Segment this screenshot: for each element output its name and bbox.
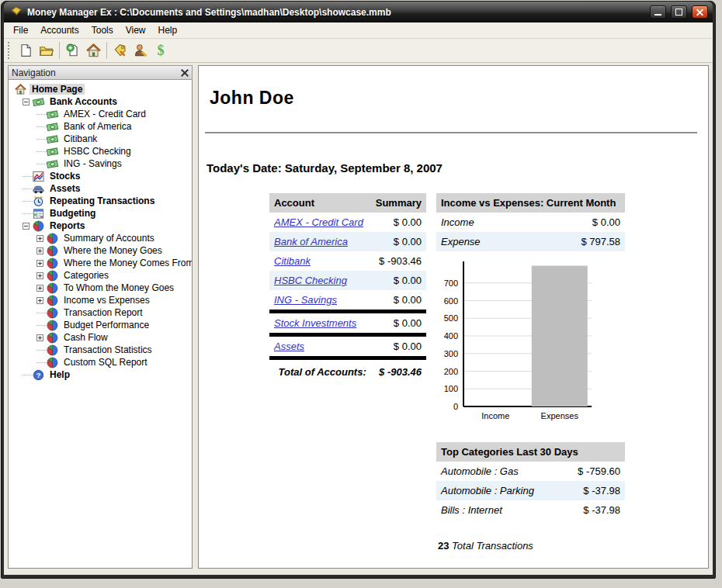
account-link[interactable]: Bank of America — [274, 236, 348, 247]
navigation-header: Navigation — [8, 65, 193, 80]
navigation-panel: Navigation Home Page Bank Accounts AMEX … — [8, 65, 193, 569]
home-icon — [86, 43, 101, 58]
svg-text:200: 200 — [444, 367, 458, 376]
todays-date: Today's Date: Saturday, September 8, 200… — [207, 161, 700, 175]
new-account-button[interactable] — [63, 40, 83, 61]
sidebar-item-help[interactable]: Help — [10, 368, 190, 381]
toolbar-grip[interactable] — [8, 42, 13, 59]
sidebar-item-categories[interactable]: Categories — [10, 269, 190, 282]
sidebar-item-citibank[interactable]: Citibank — [10, 133, 190, 145]
sidebar-item-hsbc[interactable]: HSBC Checking — [10, 145, 190, 157]
sidebar-item-summary-of-accounts[interactable]: Summary of Accounts — [10, 232, 190, 244]
sidebar-item-bank-of-america[interactable]: Bank of America — [10, 120, 190, 133]
account-balance: $ 0.00 — [371, 232, 426, 251]
new-database-button[interactable] — [16, 40, 36, 61]
currencies-button[interactable] — [151, 40, 171, 61]
table-row: Expense$ 797.58 — [436, 232, 625, 251]
sidebar-item-amex[interactable]: AMEX - Credit Card — [10, 108, 190, 120]
table-row: ING - Savings$ 0.00 — [269, 290, 426, 310]
accounts-table: Account Summary AMEX - Credit Card$ 0.00… — [269, 193, 426, 382]
sidebar-item-assets[interactable]: Assets — [10, 182, 190, 195]
account-balance: $ 0.00 — [371, 213, 426, 232]
sidebar-item-budgeting[interactable]: Budgeting — [10, 207, 190, 220]
transactions-label: Total Transactions — [452, 540, 533, 552]
dollar-icon — [154, 43, 168, 57]
sidebar-item-home-page[interactable]: Home Page — [10, 83, 190, 95]
account-balance: $ 0.00 — [371, 271, 426, 290]
income-expenses-title: Income vs Expenses: Current Month — [436, 193, 625, 213]
expand-icon[interactable] — [36, 272, 43, 279]
menu-view[interactable]: View — [120, 22, 152, 38]
sidebar-item-where-money-comes-from[interactable]: Where the Money Comes From — [10, 257, 190, 269]
page-title: John Doe — [210, 88, 700, 109]
expand-icon[interactable] — [36, 260, 43, 267]
table-row: Citibank$ -903.46 — [269, 251, 426, 271]
pie-chart-icon — [47, 233, 58, 244]
sidebar-item-to-whom-money-goes[interactable]: To Whom the Money Goes — [10, 282, 190, 294]
payee-person-icon — [134, 43, 148, 57]
table-row: Assets$ 0.00 — [269, 337, 426, 356]
account-link[interactable]: Stock Investments — [274, 317, 356, 329]
maximize-button[interactable] — [671, 5, 687, 19]
menu-tools[interactable]: Tools — [85, 22, 120, 38]
expense-label: Expense — [436, 232, 529, 251]
open-database-button[interactable] — [36, 40, 56, 61]
transactions-count: 23 — [438, 540, 449, 552]
expand-icon[interactable] — [36, 334, 43, 341]
sidebar-item-repeating-transactions[interactable]: Repeating Transactions — [10, 195, 190, 207]
toolbar-separator — [106, 42, 107, 59]
table-row: Automobile : Gas$ -759.60 — [436, 462, 625, 481]
table-row: Bank of America$ 0.00 — [269, 232, 426, 251]
expand-icon[interactable] — [36, 297, 43, 304]
sidebar-item-income-vs-expenses[interactable]: Income vs Expenses — [10, 294, 190, 306]
home-page-button[interactable] — [83, 40, 103, 61]
sidebar-item-transaction-statistics[interactable]: Transaction Statistics — [10, 344, 190, 356]
top-categories-title: Top Categories Last 30 Days — [436, 442, 625, 462]
minimize-button[interactable] — [650, 5, 666, 19]
collapse-icon[interactable] — [23, 99, 30, 105]
account-link[interactable]: Citibank — [274, 255, 311, 267]
sidebar-item-transaction-report[interactable]: Transaction Report — [10, 306, 190, 319]
expand-icon[interactable] — [36, 247, 43, 254]
expense-value: $ 797.58 — [529, 232, 625, 251]
sidebar-item-reports[interactable]: Reports — [10, 220, 190, 232]
sidebar-item-stocks[interactable]: Stocks — [10, 170, 190, 182]
sidebar-item-ing[interactable]: ING - Savings — [10, 157, 190, 170]
stocks-chart-icon — [33, 171, 44, 182]
table-row: Stock Investments$ 0.00 — [269, 313, 426, 333]
sidebar-item-bank-accounts[interactable]: Bank Accounts — [10, 95, 190, 108]
account-balance: $ 0.00 — [371, 337, 426, 356]
account-link[interactable]: HSBC Checking — [274, 275, 347, 286]
close-panel-icon[interactable] — [181, 69, 189, 77]
account-link[interactable]: ING - Savings — [274, 294, 337, 306]
pie-chart-icon — [47, 295, 58, 306]
income-expenses-table: Income vs Expenses: Current Month Income… — [436, 193, 625, 251]
sidebar-item-custom-sql-report[interactable]: Custom SQL Report — [10, 356, 190, 368]
car-icon — [33, 183, 44, 195]
account-link[interactable]: AMEX - Credit Card — [274, 216, 363, 228]
category-value: $ -37.98 — [553, 481, 625, 500]
organize-categories-button[interactable] — [110, 40, 130, 61]
expand-icon[interactable] — [36, 285, 43, 292]
clock-icon — [33, 195, 44, 207]
window-title: Money Manager Ex : C:\Documents and Sett… — [27, 7, 645, 18]
sidebar-item-where-money-goes[interactable]: Where the Money Goes — [10, 244, 190, 257]
income-label: Income — [436, 213, 529, 232]
pie-chart-icon — [47, 332, 58, 344]
sidebar-item-budget-performance[interactable]: Budget Performance — [10, 319, 190, 331]
home-icon — [15, 84, 26, 95]
navigation-tree: Home Page Bank Accounts AMEX - Credit Ca… — [8, 80, 193, 569]
menu-accounts[interactable]: Accounts — [34, 22, 85, 38]
menu-help[interactable]: Help — [152, 22, 184, 38]
accounts-header-account: Account — [269, 193, 371, 213]
expand-icon[interactable] — [36, 235, 43, 242]
sidebar-item-cash-flow[interactable]: Cash Flow — [10, 331, 190, 344]
menu-file[interactable]: File — [7, 22, 34, 38]
organize-payees-button[interactable] — [130, 40, 151, 61]
close-button[interactable] — [692, 5, 708, 19]
collapse-icon[interactable] — [23, 223, 30, 230]
total-transactions: 23 Total Transactions — [438, 540, 627, 552]
account-link[interactable]: Assets — [274, 341, 304, 352]
title-bar[interactable]: Money Manager Ex : C:\Documents and Sett… — [4, 2, 713, 22]
total-value: $ -903.46 — [371, 360, 426, 382]
